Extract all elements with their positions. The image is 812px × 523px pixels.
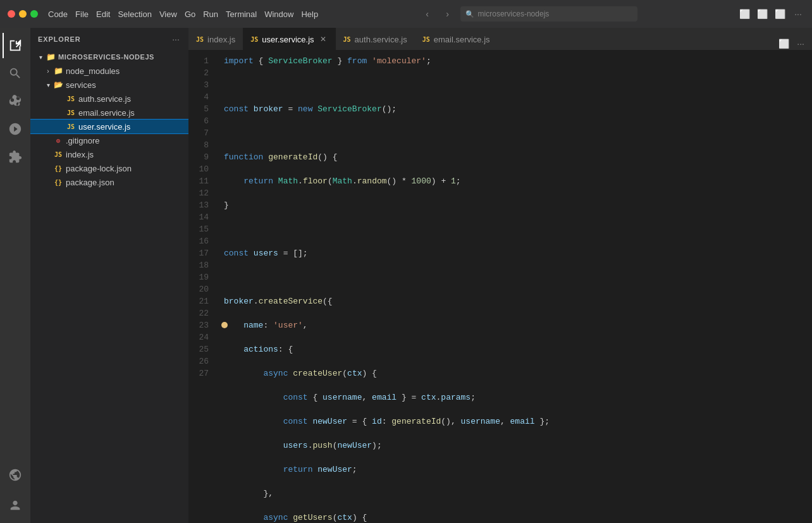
auth-service-label: auth.service.js (78, 94, 131, 104)
tab-index-js[interactable]: JS index.js (188, 28, 243, 50)
index-js-label: index.js (66, 150, 94, 159)
code-content[interactable]: import { ServiceBroker } from 'moleculer… (219, 50, 812, 523)
code-editor[interactable]: 1 2 3 4 5 6 7 8 9 10 11 12 13 14 15 16 1… (188, 50, 812, 523)
split-editor-btn[interactable]: ⬜ (776, 37, 792, 50)
titlebar: Code File Edit Selection View Go Run Ter… (0, 0, 812, 28)
project-name: MICROSERVICES-NODEJS (58, 53, 154, 61)
tree-item-node-modules[interactable]: › 📁 node_modules (30, 64, 188, 78)
line-numbers: 1 2 3 4 5 6 7 8 9 10 11 12 13 14 15 16 1… (188, 50, 219, 523)
search-placeholder: microservices-nodejs (478, 9, 550, 18)
menu-run[interactable]: Run (203, 9, 218, 19)
close-button[interactable] (8, 10, 15, 18)
code-line-12: name: 'user', (224, 319, 812, 331)
search-bar[interactable]: 🔍 microservices-nodejs (460, 6, 637, 22)
sidebar: EXPLORER ··· ▾ 📁 MICROSERVICES-NODEJS › … (30, 28, 188, 523)
sidebar-header: EXPLORER ··· (30, 28, 188, 50)
minimize-button[interactable] (19, 10, 27, 18)
code-line-3: const broker = new ServiceBroker(); (224, 103, 812, 115)
js-file-icon: JS (66, 108, 76, 118)
json-file-icon: {} (53, 177, 63, 187)
tab-close-button[interactable]: ✕ (318, 34, 328, 44)
js-file-icon: JS (66, 94, 76, 104)
titlebar-center: ‹ › 🔍 microservices-nodejs (420, 6, 637, 22)
activity-explorer[interactable] (3, 33, 28, 58)
tree-item-package-json[interactable]: {} package.json (30, 175, 188, 189)
activity-account[interactable] (3, 493, 28, 518)
tab-bar: JS index.js JS user.service.js ✕ JS auth… (188, 28, 812, 50)
tab-label-user-service: user.service.js (262, 35, 314, 44)
tree-item-email-service[interactable]: JS email.service.js (30, 106, 188, 120)
activity-search[interactable] (3, 61, 28, 86)
split-editor-icon[interactable]: ⬜ (774, 8, 787, 20)
tab-auth-service[interactable]: JS auth.service.js (336, 28, 415, 50)
code-line-7: } (224, 199, 812, 211)
menu-go[interactable]: Go (185, 9, 195, 19)
tab-label-index: index.js (207, 35, 235, 44)
code-line-15: const { username, email } = ctx.params; (224, 391, 812, 403)
code-line-20: async getUsers(ctx) { (224, 512, 812, 523)
code-line-18: return newUser; (224, 464, 812, 476)
code-line-1: import { ServiceBroker } from 'moleculer… (224, 55, 812, 67)
tab-label-auth-service: auth.service.js (355, 35, 407, 44)
tree-item-auth-service[interactable]: JS auth.service.js (30, 92, 188, 106)
json-file-icon: {} (53, 163, 63, 173)
package-lock-label: package-lock.json (66, 164, 132, 173)
sidebar-title: EXPLORER (38, 35, 81, 43)
menu-selection[interactable]: Selection (118, 9, 151, 19)
back-button[interactable]: ‹ (420, 6, 435, 22)
activity-source-control[interactable] (3, 89, 28, 114)
code-line-2 (224, 79, 812, 91)
tab-email-service[interactable]: JS email.service.js (415, 28, 498, 50)
code-line-6: return Math.floor(Math.random() * 1000) … (224, 175, 812, 187)
tree-item-index-js[interactable]: JS index.js (30, 147, 188, 161)
menu-help[interactable]: Help (301, 9, 318, 19)
more-icon[interactable]: ··· (792, 8, 804, 20)
js-tab-icon: JS (250, 36, 258, 43)
tab-user-service[interactable]: JS user.service.js ✕ (243, 28, 335, 50)
more-tabs-btn[interactable]: ··· (794, 37, 807, 50)
file-tree: ▾ 📁 MICROSERVICES-NODEJS › 📁 node_module… (30, 50, 188, 523)
js-file-icon: JS (53, 149, 63, 159)
js-file-icon: JS (66, 121, 76, 132)
code-line-10 (224, 271, 812, 283)
folder-icon: 📁 (46, 52, 56, 62)
new-file-icon[interactable]: ··· (171, 34, 181, 44)
node-modules-label: node_modules (66, 66, 120, 76)
menu-file[interactable]: File (75, 9, 89, 19)
activity-run[interactable] (3, 116, 28, 142)
tree-item-services[interactable]: ▾ 📂 services (30, 78, 188, 92)
sidebar-actions: ··· (171, 34, 181, 44)
activity-bar (0, 28, 30, 523)
code-line-8 (224, 223, 812, 235)
forward-button[interactable]: › (440, 6, 455, 22)
menu-edit[interactable]: Edit (96, 9, 110, 19)
activity-remote[interactable] (3, 462, 28, 488)
titlebar-right: ⬜ ⬜ ⬜ ··· (739, 8, 804, 20)
main-area: EXPLORER ··· ▾ 📁 MICROSERVICES-NODEJS › … (0, 28, 812, 523)
git-file-icon: ⊙ (53, 135, 63, 145)
code-line-9: const users = []; (224, 247, 812, 259)
folder-icon: 📂 (53, 80, 63, 90)
menu-window[interactable]: Window (264, 9, 293, 19)
tree-item-gitignore[interactable]: ⊙ .gitignore (30, 133, 188, 147)
menu-terminal[interactable]: Terminal (226, 9, 257, 19)
editor-area: JS index.js JS user.service.js ✕ JS auth… (188, 28, 812, 523)
gitignore-label: .gitignore (66, 136, 99, 145)
js-tab-icon: JS (196, 36, 204, 43)
tree-item-package-lock[interactable]: {} package-lock.json (30, 161, 188, 175)
search-icon: 🔍 (465, 10, 474, 18)
menu-view[interactable]: View (159, 9, 177, 19)
folder-icon: 📁 (53, 66, 63, 76)
menu-code[interactable]: Code (48, 9, 68, 19)
traffic-lights (8, 10, 38, 18)
code-line-11: broker.createService({ (224, 295, 812, 307)
services-label: services (66, 80, 96, 90)
maximize-button[interactable] (30, 10, 38, 18)
layout-icon[interactable]: ⬜ (756, 8, 769, 20)
code-line-14: async createUser(ctx) { (224, 367, 812, 379)
sidebar-toggle-icon[interactable]: ⬜ (739, 8, 751, 20)
tree-item-user-service[interactable]: JS user.service.js (30, 120, 188, 133)
tree-root[interactable]: ▾ 📁 MICROSERVICES-NODEJS (30, 50, 188, 64)
activity-extensions[interactable] (3, 144, 28, 169)
code-line-19: }, (224, 488, 812, 500)
